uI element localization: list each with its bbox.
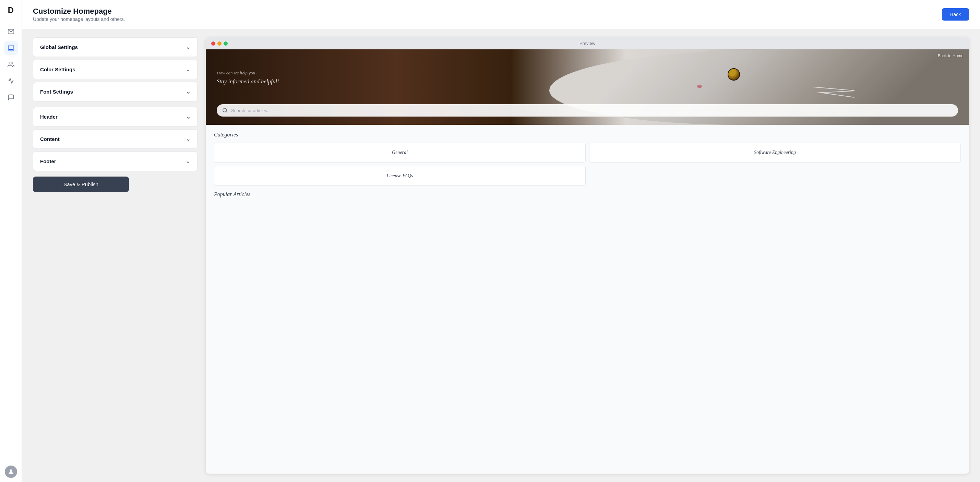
svg-point-0 — [9, 62, 11, 64]
preview-back-to-home: Back to Home — [938, 54, 964, 58]
header-settings-chevron-icon: ⌄ — [186, 113, 190, 120]
footer-settings-chevron-icon: ⌄ — [186, 158, 190, 165]
font-settings-label: Font Settings — [40, 89, 73, 95]
sidebar-item-users[interactable] — [4, 57, 18, 71]
svg-line-3 — [226, 111, 227, 113]
global-settings-label: Global Settings — [40, 44, 78, 50]
preview-hero: Back to Home How can we help you? Stay i… — [206, 49, 969, 125]
category-card-general: General — [214, 143, 585, 162]
preview-content: Back to Home How can we help you? Stay i… — [206, 49, 969, 473]
app-logo: D — [5, 4, 17, 16]
header-settings-accordion[interactable]: Header ⌄ — [33, 107, 197, 127]
header-settings-header[interactable]: Header ⌄ — [33, 107, 197, 126]
categories-grid: General Software Engineering — [214, 143, 961, 162]
content-settings-header[interactable]: Content ⌄ — [33, 130, 197, 148]
preview-heading-line1: How can we help you? — [217, 70, 279, 76]
sidebar-item-inbox[interactable] — [4, 25, 18, 38]
preview-window: Preview — [206, 37, 969, 474]
categories-title: Categories — [214, 132, 961, 138]
color-settings-chevron-icon: ⌄ — [186, 66, 190, 73]
font-settings-header[interactable]: Font Settings ⌄ — [33, 82, 197, 101]
color-settings-header[interactable]: Color Settings ⌄ — [33, 60, 197, 79]
svg-point-2 — [223, 108, 227, 112]
preview-heading-line2: Stay informed and helpful! — [217, 78, 279, 86]
svg-point-1 — [10, 469, 12, 472]
popular-articles-title: Popular Articles — [214, 191, 961, 197]
user-avatar[interactable] — [5, 466, 17, 478]
preview-panel: Preview — [206, 37, 969, 474]
category-card-license-faqs: License FAQs — [214, 166, 585, 186]
color-settings-accordion[interactable]: Color Settings ⌄ — [33, 60, 197, 79]
footer-settings-header[interactable]: Footer ⌄ — [33, 152, 197, 171]
content-settings-label: Content — [40, 136, 60, 142]
sidebar: D — [0, 0, 22, 482]
font-settings-chevron-icon: ⌄ — [186, 88, 190, 95]
main-content: Customize Homepage Update your homepage … — [22, 0, 980, 482]
sidebar-item-chat[interactable] — [4, 91, 18, 104]
global-settings-header[interactable]: Global Settings ⌄ — [33, 38, 197, 57]
page-title: Customize Homepage — [33, 7, 125, 16]
preview-hero-heading: How can we help you? Stay informed and h… — [217, 70, 279, 86]
back-button[interactable]: Back — [942, 8, 969, 21]
settings-panel: Global Settings ⌄ Color Settings ⌄ Font … — [33, 37, 197, 474]
close-dot — [211, 41, 215, 46]
footer-settings-label: Footer — [40, 158, 56, 164]
color-settings-label: Color Settings — [40, 67, 75, 72]
header-settings-label: Header — [40, 114, 57, 119]
content-settings-accordion[interactable]: Content ⌄ — [33, 129, 197, 149]
page-subtitle: Update your homepage layouts and others. — [33, 16, 125, 22]
sidebar-item-knowledge-base[interactable] — [4, 41, 18, 55]
footer-settings-accordion[interactable]: Footer ⌄ — [33, 151, 197, 171]
global-settings-accordion[interactable]: Global Settings ⌄ — [33, 37, 197, 57]
maximize-dot — [224, 41, 228, 46]
settings-group-1: Global Settings ⌄ Color Settings ⌄ Font … — [33, 37, 197, 102]
preview-search-bar: Search for articles... — [217, 104, 958, 116]
preview-label: Preview — [579, 41, 595, 46]
preview-categories: Categories General Software Engineering … — [206, 125, 969, 204]
category-card-software-engineering: Software Engineering — [589, 143, 961, 162]
preview-search-icon — [222, 108, 228, 113]
sidebar-item-activity[interactable] — [4, 74, 18, 88]
content-settings-chevron-icon: ⌄ — [186, 136, 190, 142]
content-area: Global Settings ⌄ Color Settings ⌄ Font … — [22, 29, 980, 482]
preview-titlebar: Preview — [206, 37, 969, 49]
settings-group-2: Header ⌄ Content ⌄ Footer ⌄ — [33, 107, 197, 171]
font-settings-accordion[interactable]: Font Settings ⌄ — [33, 82, 197, 102]
minimize-dot — [217, 41, 221, 46]
save-publish-button[interactable]: Save & Publish — [33, 177, 129, 192]
preview-search-placeholder: Search for articles... — [231, 108, 271, 113]
window-controls — [211, 41, 228, 46]
global-settings-chevron-icon: ⌄ — [186, 44, 190, 50]
page-header: Customize Homepage Update your homepage … — [22, 0, 980, 29]
page-header-text: Customize Homepage Update your homepage … — [33, 7, 125, 22]
